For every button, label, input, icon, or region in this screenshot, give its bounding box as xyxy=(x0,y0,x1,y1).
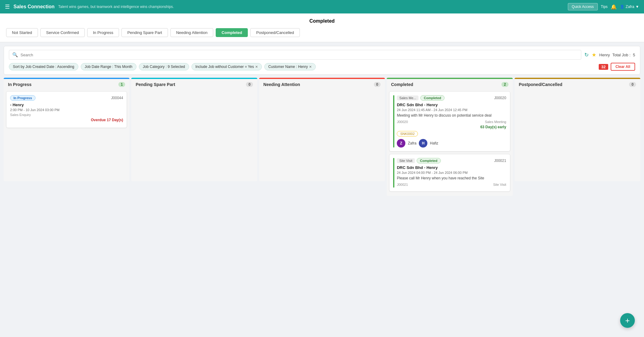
kanban-col-header-in-progress: In Progress1 xyxy=(4,78,129,89)
filter-tags-row: Sort by Job Created Date : AscendingJob … xyxy=(9,63,635,71)
search-row: 🔍 ↻ ★ Henry Total Job : 5 xyxy=(9,50,635,60)
notification-bell-icon[interactable]: 🔔 xyxy=(611,4,617,10)
kanban-col-header-completed: Completed2 xyxy=(387,78,512,89)
kanban-card[interactable]: In ProgressJ00044- Henry2:00 PM - 10 Jun… xyxy=(6,91,127,128)
kanban-col-title: In Progress xyxy=(8,82,32,87)
total-job-label: Total Job : xyxy=(612,53,631,57)
card-customer-name: - Henry xyxy=(10,103,123,107)
status-tab-postponed-cancelled[interactable]: Postponed/Cancelled xyxy=(250,28,300,37)
total-job-count: 5 xyxy=(633,53,635,57)
kanban-col-header-pending-spare-part: Pending Spare Part0 xyxy=(131,78,257,89)
card-top-row: Site VisitCompletedJ00021 xyxy=(397,158,506,163)
clear-all-area: 32Clear All xyxy=(599,63,635,71)
card-datetime: 24 Jun 2024 11:45 AM - 24 Jun 2024 12:45… xyxy=(397,108,506,112)
status-tab-completed[interactable]: Completed xyxy=(216,28,248,37)
kanban-col-count: 0 xyxy=(246,82,253,87)
card-top-row: Sales Me...CompletedJ00020 xyxy=(397,95,506,101)
kanban-col-title: Postponed/Cancelled xyxy=(519,82,562,87)
card-status-bar xyxy=(393,158,394,188)
card-status-badge: Sales Me... xyxy=(397,95,419,100)
kanban-cards-completed: Sales Me...CompletedJ00020DRC Sdn Bhd - … xyxy=(387,89,512,196)
user-name-label: Zafra xyxy=(626,5,634,9)
kanban-col-needing-attention: Needing Attention0 xyxy=(259,78,385,181)
search-icon: 🔍 xyxy=(12,52,18,58)
card-footer-row: J00020Sales Meeting xyxy=(397,120,506,124)
card-datetime: 2:00 PM - 10 Jun 2024 03:00 PM xyxy=(10,108,123,112)
filter-tag[interactable]: Customer Name : Henry ✕ xyxy=(264,63,316,70)
refresh-icon[interactable]: ↻ xyxy=(584,52,589,58)
avatar-name: Hafiz xyxy=(430,141,438,145)
kanban-col-postponed-cancelled: Postponed/Cancelled0 xyxy=(515,78,640,181)
user-filter-name: Henry xyxy=(599,53,610,57)
kanban-card[interactable]: Sales Me...CompletedJ00020DRC Sdn Bhd - … xyxy=(389,91,510,152)
kanban-col-title: Needing Attention xyxy=(263,82,300,87)
card-completed-badge: Completed xyxy=(417,158,441,163)
kanban-col-header-needing-attention: Needing Attention0 xyxy=(259,78,385,89)
status-tab-pending-spare-part[interactable]: Pending Spare Part xyxy=(121,28,168,37)
quick-access-button[interactable]: Quick Access xyxy=(568,3,598,10)
star-icon[interactable]: ★ xyxy=(592,52,596,58)
tips-link[interactable]: Tips xyxy=(601,5,608,9)
filter-tag[interactable]: Job Date Range : This Month xyxy=(81,63,136,70)
clear-all-button[interactable]: Clear All xyxy=(611,63,635,71)
kanban-col-completed: Completed2Sales Me...CompletedJ00020DRC … xyxy=(387,78,512,196)
card-timing-label: 63 Day(s) early xyxy=(397,125,506,129)
status-tab-not-started[interactable]: Not Started xyxy=(6,28,38,37)
filter-tag-remove-icon[interactable]: ✕ xyxy=(255,65,258,69)
kanban-cards-pending-spare-part xyxy=(131,89,257,181)
filter-count-badge: 32 xyxy=(599,64,608,70)
avatars-row: ZZafraHHafiz xyxy=(397,139,506,148)
filter-tag[interactable]: Job Category : 9 Selected xyxy=(139,63,189,70)
meta-info: Henry Total Job : 5 xyxy=(599,53,635,57)
kanban-board: In Progress1In ProgressJ00044- Henry2:00… xyxy=(4,78,640,196)
card-job-ref: J00021 xyxy=(397,183,408,186)
kanban-cards-needing-attention xyxy=(259,89,385,181)
filter-tag[interactable]: Include Job without Customer = Yes ✕ xyxy=(192,63,262,70)
card-status-bar xyxy=(393,95,394,148)
menu-icon[interactable]: ☰ xyxy=(5,3,10,10)
avatar: H xyxy=(419,139,427,148)
app-title: Sales Connection xyxy=(13,4,54,9)
kanban-card[interactable]: Site VisitCompletedJ00021DRC Sdn Bhd - H… xyxy=(389,154,510,192)
card-snk-badge: SNK0002 xyxy=(397,131,418,137)
filter-tag[interactable]: Sort by Job Created Date : Ascending xyxy=(9,63,78,70)
kanban-col-count: 0 xyxy=(629,82,636,87)
card-job-id: J00021 xyxy=(494,159,506,163)
card-description: Please call Mr Henry when you have reach… xyxy=(397,176,506,181)
top-nav: ☰ Sales Connection Talent wins games, bu… xyxy=(0,0,644,13)
card-category: Sales Meeting xyxy=(485,120,506,124)
card-job-ref: J00020 xyxy=(397,120,408,124)
card-datetime: 24 Jun 2024 04:00 PM - 24 Jun 2024 06:00… xyxy=(397,171,506,174)
status-tab-in-progress[interactable]: In Progress xyxy=(87,28,119,37)
app-subtitle: Talent wins games, but teamwork and inte… xyxy=(58,5,564,9)
chevron-down-icon: ▼ xyxy=(635,5,639,9)
filter-tag-remove-icon[interactable]: ✕ xyxy=(309,65,312,69)
status-tab-service-confirmed[interactable]: Service Confirmed xyxy=(40,28,85,37)
card-footer-row: Sales Enquiry xyxy=(10,113,123,117)
status-section: Completed Not StartedService ConfirmedIn… xyxy=(0,13,644,42)
card-category: Site Visit xyxy=(493,183,506,186)
kanban-cards-postponed-cancelled xyxy=(515,89,640,181)
card-category: Sales Enquiry xyxy=(10,113,31,117)
kanban-col-title: Completed xyxy=(391,82,413,87)
status-tabs: Not StartedService ConfirmedIn ProgressP… xyxy=(6,28,638,37)
search-box[interactable]: 🔍 xyxy=(9,50,581,60)
avatar: Z xyxy=(397,139,405,148)
kanban-col-in-progress: In Progress1In ProgressJ00044- Henry2:00… xyxy=(4,78,129,181)
kanban-col-count: 2 xyxy=(501,82,508,87)
kanban-col-count: 0 xyxy=(374,82,381,87)
user-menu[interactable]: 👤 Zafra ▼ xyxy=(620,5,639,9)
card-job-id: J00020 xyxy=(494,96,506,100)
card-job-id: J00044 xyxy=(111,96,123,100)
search-input[interactable] xyxy=(20,53,578,57)
card-top-row: In ProgressJ00044 xyxy=(10,95,123,101)
card-status-badge: In Progress xyxy=(10,95,35,101)
card-completed-badge: Completed xyxy=(420,95,445,101)
card-customer-name: DRC Sdn Bhd - Henry xyxy=(397,103,506,107)
kanban-col-header-postponed-cancelled: Postponed/Cancelled0 xyxy=(515,78,640,89)
status-tab-needing-attention[interactable]: Needing Attention xyxy=(170,28,214,37)
kanban-col-pending-spare-part: Pending Spare Part0 xyxy=(131,78,257,181)
avatar-name: Zafra xyxy=(408,141,416,145)
kanban-cards-in-progress: In ProgressJ00044- Henry2:00 PM - 10 Jun… xyxy=(4,89,129,181)
kanban-col-count: 1 xyxy=(118,82,125,87)
